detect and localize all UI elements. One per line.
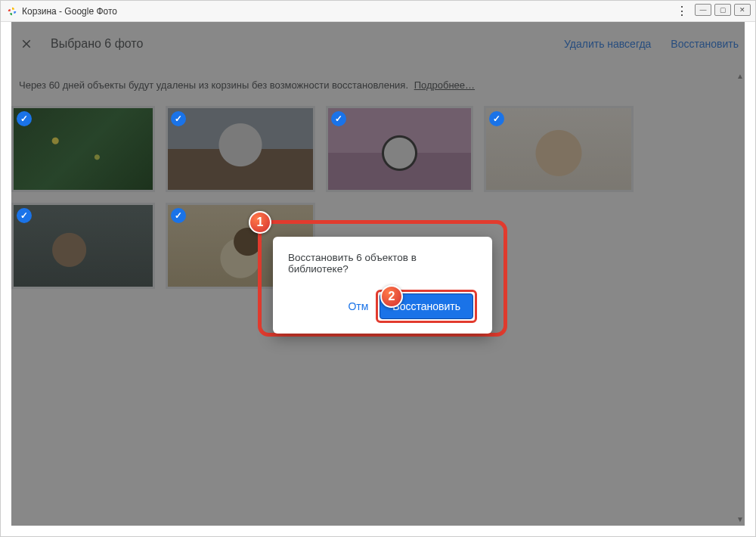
maximize-button[interactable]: ▢: [714, 4, 731, 16]
annotation-step-1: 1: [249, 211, 271, 234]
window-controls: — ▢ ✕: [695, 4, 751, 16]
close-window-button[interactable]: ✕: [734, 4, 751, 16]
menu-dots-icon[interactable]: ⋮: [676, 5, 687, 17]
dialog-cancel-button[interactable]: Отм: [348, 300, 368, 312]
scrollbar-down-icon[interactable]: ▼: [736, 515, 744, 523]
selected-check-icon[interactable]: ✓: [171, 208, 186, 223]
google-photos-logo-icon: [7, 6, 17, 17]
annotation-step-2: 2: [380, 285, 403, 308]
dialog-message: Восстановить 6 объектов в библиотеке?: [288, 252, 477, 275]
selected-check-icon[interactable]: ✓: [331, 111, 346, 126]
selected-check-icon[interactable]: ✓: [171, 111, 186, 126]
selected-check-icon[interactable]: ✓: [17, 208, 32, 223]
scrollbar-up-icon[interactable]: ▲: [736, 72, 744, 79]
window-title: Корзина - Google Фото: [22, 6, 117, 17]
restore-dialog: Восстановить 6 объектов в библиотеке? От…: [273, 237, 492, 334]
selected-check-icon[interactable]: ✓: [17, 111, 32, 126]
selected-check-icon[interactable]: ✓: [489, 111, 504, 126]
minimize-button[interactable]: —: [695, 4, 711, 16]
window-titlebar: Корзина - Google Фото ⋮ — ▢ ✕: [1, 1, 755, 22]
